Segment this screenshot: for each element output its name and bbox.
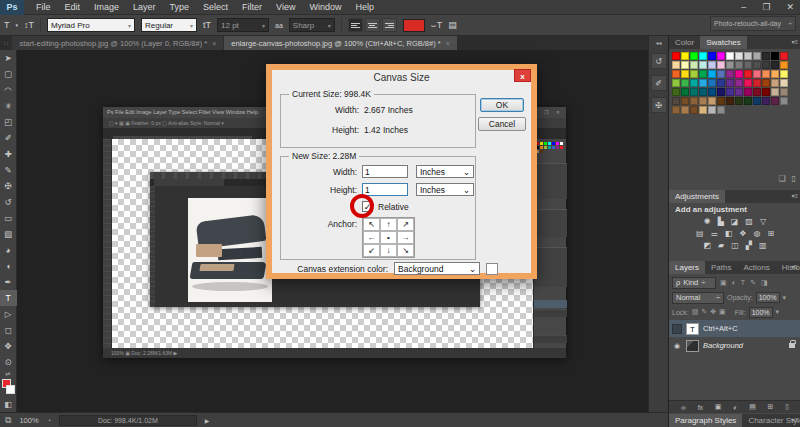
tab-close-icon[interactable]: × (212, 40, 216, 47)
adjustment-icon-channel-mixer[interactable]: ◍ (753, 229, 760, 238)
color-swatch[interactable] (672, 88, 680, 96)
color-swatch[interactable] (681, 61, 689, 69)
layers-action-icon-adjustment-layer[interactable]: ◐ (733, 404, 737, 411)
color-swatch[interactable] (690, 97, 698, 105)
font-style-select[interactable]: Regular▾ (141, 18, 197, 32)
layer-filter-icon-filter-pixel-layers[interactable]: ▣ (720, 279, 727, 287)
color-swatch[interactable] (762, 52, 770, 60)
minimize-icon[interactable]: – (741, 0, 746, 15)
menu-item[interactable]: Select (203, 2, 228, 12)
eye-icon[interactable]: ◉ (672, 342, 682, 350)
color-swatch[interactable] (780, 70, 788, 78)
color-swatch[interactable] (753, 70, 761, 78)
fill-value[interactable]: 100% (749, 307, 773, 318)
adjustment-icon-exposure[interactable]: ▨ (745, 217, 753, 226)
height-input[interactable] (362, 183, 408, 196)
layers-action-icon-delete-layer[interactable]: ▯ (785, 403, 789, 411)
color-swatch[interactable] (717, 88, 725, 96)
color-swatch[interactable] (771, 79, 779, 87)
ok-button[interactable]: OK (480, 98, 524, 112)
anchor-cell[interactable]: • (380, 231, 397, 244)
layers-action-icon-link-layers[interactable]: ∞ (681, 404, 686, 411)
color-swatch[interactable] (762, 70, 770, 78)
lock-icon-lock-transparent[interactable]: ▨ (692, 308, 699, 316)
tab-close-icon[interactable]: × (446, 40, 450, 47)
adjustment-icon-photo-filter[interactable]: ❖ (739, 229, 746, 238)
color-swatch[interactable] (699, 88, 707, 96)
restore-icon[interactable]: ❐ (762, 0, 770, 15)
warp-text-icon[interactable]: ⌣T (431, 20, 442, 31)
chevron-down-icon[interactable]: ▾ (783, 294, 787, 302)
align-left-button[interactable] (348, 18, 363, 32)
color-swatch[interactable] (744, 61, 752, 69)
type-tool-preset-arrow-icon[interactable]: ▾ (16, 22, 19, 28)
color-swatch[interactable] (735, 52, 743, 60)
text-orientation-icon[interactable]: ↕T (24, 20, 34, 30)
color-swatch[interactable] (780, 88, 788, 96)
layer-row-type[interactable]: T Ctrl+Alt+C (669, 320, 800, 337)
layers-action-icon-layer-group[interactable]: ▤ (749, 403, 756, 411)
panel-menu-icon[interactable]: ▾≡ (791, 414, 798, 427)
arrange-documents-icon[interactable]: ⧉ (5, 415, 11, 426)
panel-menu-icon[interactable]: ▾≡ (791, 261, 798, 274)
type-tool-icon[interactable]: T (4, 20, 10, 30)
layer-filter-icon-filter-adjustment-layers[interactable]: ◐ (732, 279, 736, 287)
anti-alias-select[interactable]: Sharp▾ (289, 18, 335, 32)
adjustment-icon-curves[interactable]: ◪ (731, 217, 739, 226)
color-swatch[interactable] (690, 70, 698, 78)
document-tab[interactable]: enlarge-canvas-photoshop.jpg @ 100% (Ctr… (224, 36, 456, 50)
layer-filter-icon-filter-smart-objects[interactable]: ◨ (761, 279, 768, 287)
tool-button-healing-brush[interactable]: ✚ (0, 146, 17, 162)
color-swatch[interactable] (726, 70, 734, 78)
color-swatch[interactable] (708, 106, 716, 114)
panel-tab[interactable]: Actions (737, 261, 775, 274)
tool-button-lasso[interactable]: ◠ (0, 82, 17, 98)
dock-panel-icon-history[interactable]: ↺ (651, 53, 667, 69)
dock-panel-icon-clone-source[interactable]: ✠ (651, 97, 667, 113)
swatches-footer-icon-new-swatch[interactable]: ❏ (778, 174, 785, 183)
panel-tab[interactable]: Swatches (700, 36, 747, 49)
anchor-cell[interactable]: ↗ (397, 218, 414, 231)
lock-icon-lock-position[interactable]: ✥ (710, 308, 716, 316)
adjustment-icon-levels[interactable]: ▙ (718, 217, 724, 226)
layer-row-background[interactable]: ◉ Background (669, 337, 800, 354)
panel-menu-icon[interactable]: ▾≡ (791, 36, 798, 49)
color-swatch[interactable] (744, 52, 752, 60)
color-swatch[interactable] (726, 97, 734, 105)
color-swatch[interactable] (726, 52, 734, 60)
layer-filter-icon-filter-type-layers[interactable]: T (741, 279, 745, 287)
tool-button-zoom[interactable]: ⊙ (0, 354, 17, 370)
color-swatch[interactable] (753, 52, 761, 60)
swap-colors-icon[interactable]: ⇄ (5, 370, 10, 377)
layer-filter-icon-filter-shape-layers[interactable]: ✎ (750, 279, 756, 287)
anchor-cell[interactable]: ↖ (363, 218, 380, 231)
layer-filter-select[interactable]: ρ Kind ÷ (672, 277, 716, 289)
color-swatch[interactable] (699, 70, 707, 78)
tab-adjustments[interactable]: Adjustments (669, 190, 725, 203)
background-color-swatch[interactable] (6, 385, 15, 394)
tool-button-marquee[interactable]: ▢ (0, 66, 17, 82)
adjustment-icon-gradient-map[interactable]: ▞ (746, 241, 752, 250)
color-swatch[interactable] (762, 79, 770, 87)
color-swatch[interactable] (681, 70, 689, 78)
tool-button-brush[interactable]: ✎ (0, 162, 17, 178)
tool-button-history-brush[interactable]: ↺ (0, 194, 17, 210)
color-swatch[interactable] (681, 88, 689, 96)
tool-button-crop[interactable]: ◰ (0, 114, 17, 130)
menu-item[interactable]: Edit (65, 2, 81, 12)
panel-tab[interactable]: Color (669, 36, 700, 49)
adjustment-icon-vibrance[interactable]: ▽ (760, 217, 766, 226)
color-swatch[interactable] (672, 106, 680, 114)
menu-item[interactable]: Filter (242, 2, 262, 12)
font-size-select[interactable]: 12 pt▾ (217, 18, 269, 32)
document-tab[interactable]: start-editing-photoshop.jpg @ 100% (Laye… (12, 36, 223, 50)
color-swatch[interactable] (744, 88, 752, 96)
adjustment-icon-hue-saturation[interactable]: ▤ (696, 229, 704, 238)
color-swatch[interactable] (717, 61, 725, 69)
anchor-cell[interactable]: ↘ (397, 244, 414, 257)
panel-tab[interactable]: Paragraph Styles (669, 414, 742, 427)
width-input[interactable] (362, 165, 408, 178)
color-swatch[interactable] (672, 52, 680, 60)
tool-button-eraser[interactable]: ▭ (0, 210, 17, 226)
color-swatch[interactable] (735, 61, 743, 69)
